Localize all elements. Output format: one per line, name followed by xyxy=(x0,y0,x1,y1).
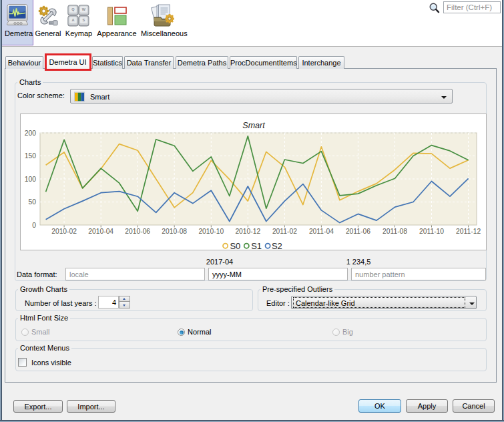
svg-text:S0: S0 xyxy=(230,241,240,251)
svg-text:A: A xyxy=(71,18,74,22)
svg-text:0: 0 xyxy=(32,222,36,229)
svg-text:Smart: Smart xyxy=(242,121,265,130)
svg-text:200: 200 xyxy=(25,130,36,137)
svg-text:2011-04: 2011-04 xyxy=(309,228,334,235)
svg-text:2011-08: 2011-08 xyxy=(383,228,407,235)
svg-text:2011-02: 2011-02 xyxy=(272,228,297,235)
svg-text:50: 50 xyxy=(29,198,37,206)
svg-text:2010-12: 2010-12 xyxy=(235,228,260,235)
svg-text:S1: S1 xyxy=(251,241,262,251)
svg-text:2010-10: 2010-10 xyxy=(198,228,224,235)
svg-text:S2: S2 xyxy=(272,241,282,251)
svg-text:S: S xyxy=(83,18,85,22)
svg-text:100: 100 xyxy=(25,176,36,183)
svg-text:150: 150 xyxy=(25,152,36,160)
svg-text:2010-08: 2010-08 xyxy=(162,228,187,235)
svg-text:2010-04: 2010-04 xyxy=(88,228,113,235)
svg-text:2010-06: 2010-06 xyxy=(125,228,150,235)
svg-text:2011-10: 2011-10 xyxy=(419,228,444,235)
svg-text:W: W xyxy=(82,7,86,11)
svg-text:Q: Q xyxy=(71,7,75,11)
svg-text:2011-06: 2011-06 xyxy=(346,228,370,235)
svg-text:2010-02: 2010-02 xyxy=(51,228,77,235)
svg-text:2011-12: 2011-12 xyxy=(456,228,481,235)
